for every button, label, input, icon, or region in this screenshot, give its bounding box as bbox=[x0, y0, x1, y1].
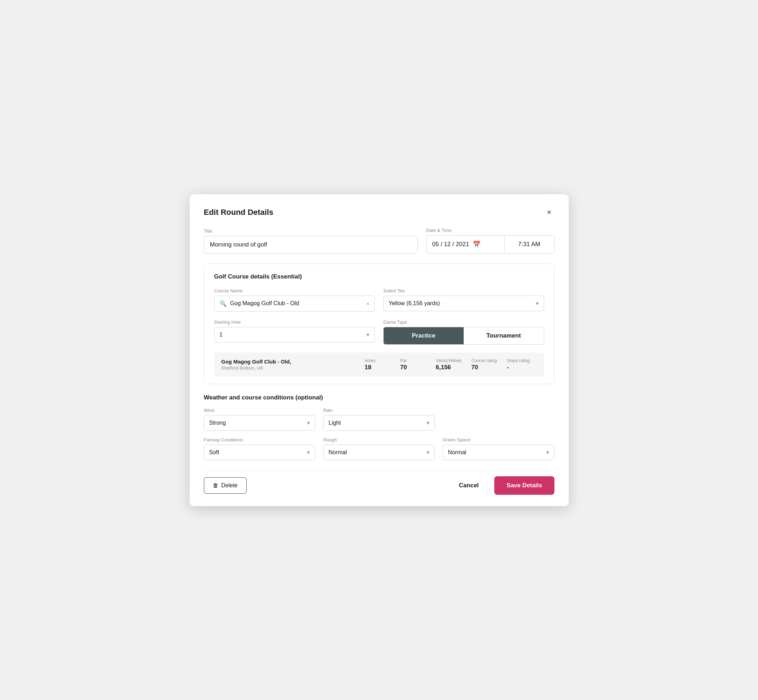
rain-group: Rain Light ▾ bbox=[323, 408, 435, 431]
starting-hole-value: 1 bbox=[219, 331, 223, 338]
chevron-down-icon-rain: ▾ bbox=[427, 420, 429, 426]
fairway-dropdown[interactable]: Soft ▾ bbox=[204, 445, 316, 460]
par-value: 70 bbox=[400, 364, 407, 371]
wind-label: Wind bbox=[204, 408, 316, 413]
select-tee-dropdown[interactable]: Yellow (6,156 yards) ▾ bbox=[383, 295, 544, 311]
wind-value: Strong bbox=[209, 420, 226, 426]
rough-group: Rough Normal ▾ bbox=[323, 437, 435, 460]
title-label: Title bbox=[204, 228, 418, 234]
starting-hole-group: Starting Hole 1 ▾ bbox=[214, 319, 375, 345]
close-button[interactable]: × bbox=[544, 207, 554, 218]
course-stat-slope-rating: Slope rating - bbox=[501, 358, 537, 371]
time-input[interactable]: 7:31 AM bbox=[504, 235, 554, 254]
delete-button[interactable]: 🗑 Delete bbox=[204, 477, 247, 494]
chevron-down-icon: ▾ bbox=[536, 300, 539, 306]
weather-section-title: Weather and course conditions (optional) bbox=[204, 394, 554, 401]
fairway-label: Fairway Conditions bbox=[204, 437, 316, 442]
course-rating-value: 70 bbox=[471, 364, 478, 371]
course-stat-course-rating: Course rating 70 bbox=[466, 358, 501, 371]
clear-course-icon[interactable]: × bbox=[366, 300, 370, 306]
holes-value: 18 bbox=[365, 364, 371, 371]
trash-icon: 🗑 bbox=[213, 482, 219, 489]
datetime-inputs: 05 / 12 / 2021 📅 7:31 AM bbox=[426, 235, 554, 254]
datetime-group: Date & Time 05 / 12 / 2021 📅 7:31 AM bbox=[426, 228, 554, 254]
top-row: Title Date & Time 05 / 12 / 2021 📅 7:31 … bbox=[204, 228, 554, 254]
calendar-icon: 📅 bbox=[473, 241, 481, 248]
chevron-down-icon-green: ▾ bbox=[546, 449, 549, 456]
golf-course-section: Golf Course details (Essential) Course N… bbox=[204, 264, 554, 384]
select-tee-label: Select Tee bbox=[383, 288, 544, 294]
select-tee-value: Yellow (6,156 yards) bbox=[388, 300, 440, 306]
rain-label: Rain bbox=[323, 408, 435, 413]
weather-section: Weather and course conditions (optional)… bbox=[204, 394, 554, 460]
green-speed-dropdown[interactable]: Normal ▾ bbox=[443, 445, 554, 460]
course-stat-par: Par 70 bbox=[395, 358, 430, 371]
fairway-group: Fairway Conditions Soft ▾ bbox=[204, 437, 316, 460]
game-type-label: Game Type bbox=[383, 319, 544, 325]
fairway-value: Soft bbox=[209, 449, 219, 456]
hole-gametype-row: Starting Hole 1 ▾ Game Type Practice Tou… bbox=[214, 319, 544, 345]
game-type-group: Game Type Practice Tournament bbox=[383, 319, 544, 345]
edit-round-modal: Edit Round Details × Title Date & Time 0… bbox=[190, 194, 568, 506]
rain-dropdown[interactable]: Light ▾ bbox=[323, 415, 435, 431]
wind-dropdown[interactable]: Strong ▾ bbox=[204, 415, 316, 431]
slope-rating-label: Slope rating bbox=[507, 358, 530, 363]
fairway-rough-green-row: Fairway Conditions Soft ▾ Rough Normal ▾… bbox=[204, 437, 554, 460]
course-stat-yards: Yards(Yellow) 6,156 bbox=[430, 358, 466, 371]
title-input[interactable] bbox=[204, 236, 418, 254]
course-info-location: Shelford Bottom, UK bbox=[221, 365, 359, 370]
select-tee-group: Select Tee Yellow (6,156 yards) ▾ bbox=[383, 288, 544, 312]
rain-value: Light bbox=[329, 420, 341, 426]
course-name-label: Course Name bbox=[214, 288, 375, 294]
golf-section-title: Golf Course details (Essential) bbox=[214, 273, 544, 280]
course-tee-row: Course Name 🔍 Gog Magog Golf Club - Old … bbox=[214, 288, 544, 312]
tournament-toggle-btn[interactable]: Tournament bbox=[464, 327, 544, 344]
datetime-label: Date & Time bbox=[426, 228, 554, 233]
rough-label: Rough bbox=[323, 437, 435, 442]
starting-hole-label: Starting Hole bbox=[214, 319, 375, 325]
title-group: Title bbox=[204, 228, 418, 254]
course-info-row: Gog Magog Golf Club - Old, Shelford Bott… bbox=[214, 353, 544, 377]
time-value: 7:31 AM bbox=[518, 241, 540, 248]
game-type-toggle: Practice Tournament bbox=[383, 327, 544, 345]
rough-dropdown[interactable]: Normal ▾ bbox=[323, 445, 435, 460]
slope-rating-value: - bbox=[507, 364, 509, 371]
save-details-button[interactable]: Save Details bbox=[494, 476, 554, 495]
course-info-name: Gog Magog Golf Club - Old, Shelford Bott… bbox=[221, 359, 359, 370]
chevron-down-icon-hole: ▾ bbox=[366, 331, 370, 338]
cancel-button[interactable]: Cancel bbox=[452, 477, 486, 494]
modal-title: Edit Round Details bbox=[204, 208, 274, 217]
starting-hole-dropdown[interactable]: 1 ▾ bbox=[214, 327, 375, 342]
wind-group: Wind Strong ▾ bbox=[204, 408, 316, 431]
course-name-input[interactable]: 🔍 Gog Magog Golf Club - Old × bbox=[214, 295, 375, 312]
course-name-group: Course Name 🔍 Gog Magog Golf Club - Old … bbox=[214, 288, 375, 312]
holes-label: Holes bbox=[365, 358, 376, 363]
par-label: Par bbox=[400, 358, 407, 363]
search-icon: 🔍 bbox=[219, 300, 227, 307]
green-speed-value: Normal bbox=[448, 449, 467, 456]
yards-value: 6,156 bbox=[436, 364, 451, 371]
green-speed-group: Green Speed Normal ▾ bbox=[443, 437, 554, 460]
course-info-name-text: Gog Magog Golf Club - Old, bbox=[221, 359, 359, 364]
practice-toggle-btn[interactable]: Practice bbox=[384, 327, 464, 344]
modal-header: Edit Round Details × bbox=[204, 207, 554, 218]
chevron-down-icon-wind: ▾ bbox=[307, 420, 310, 426]
course-stat-holes: Holes 18 bbox=[359, 358, 395, 371]
delete-label: Delete bbox=[221, 482, 238, 489]
green-speed-label: Green Speed bbox=[443, 437, 554, 442]
rough-value: Normal bbox=[329, 449, 347, 456]
wind-rain-row: Wind Strong ▾ Rain Light ▾ bbox=[204, 408, 554, 431]
footer-right: Cancel Save Details bbox=[452, 476, 554, 495]
course-rating-label: Course rating bbox=[471, 358, 497, 363]
course-name-value: Gog Magog Golf Club - Old bbox=[230, 300, 363, 306]
footer-row: 🗑 Delete Cancel Save Details bbox=[204, 470, 554, 495]
chevron-down-icon-rough: ▾ bbox=[427, 449, 429, 456]
chevron-down-icon-fairway: ▾ bbox=[307, 449, 310, 456]
yards-label: Yards(Yellow) bbox=[436, 358, 462, 363]
date-value: 05 / 12 / 2021 bbox=[432, 241, 469, 248]
date-input[interactable]: 05 / 12 / 2021 📅 bbox=[426, 235, 504, 254]
